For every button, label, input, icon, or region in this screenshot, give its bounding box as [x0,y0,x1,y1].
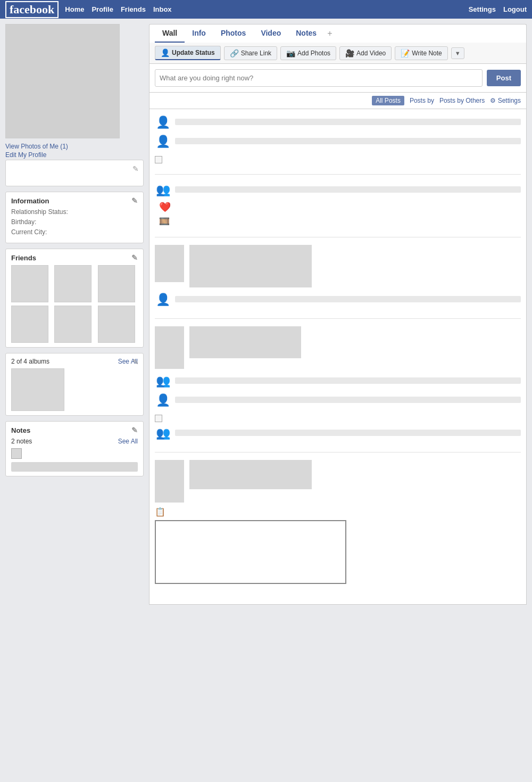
film-icon: 🎞️ [159,216,170,226]
post-row-10 [155,411,521,422]
bio-edit-icon[interactable]: ✎ [132,164,139,173]
avatar-5: 👥 [155,373,171,389]
nav-profile[interactable]: Profile [92,5,113,13]
nav-right: Settings Logout [469,5,527,13]
notes-see-all[interactable]: See All [118,438,138,445]
edit-profile-link[interactable]: Edit My Profile [5,151,144,159]
notes-bottom-bar [11,462,138,472]
friends-grid [11,265,138,343]
feed-section-5: 📋 [155,460,521,591]
bio-box: ✎ [5,160,144,186]
media-thumb-right-2 [155,460,184,503]
post-row-1: 👤 [155,114,521,130]
post-row-4: 👥 [155,182,521,198]
post-row-3 [155,153,521,163]
all-posts-filter[interactable]: All Posts [372,96,404,105]
facebook-logo[interactable]: facebook [5,1,59,18]
information-box: Information ✎ Relationship Status: Birth… [5,192,144,243]
avatar-3: 👥 [155,182,171,198]
avatar-2: 👤 [155,134,171,150]
post-line-4 [175,296,521,302]
tab-notes[interactable]: Notes [288,24,324,43]
sidebar: View Photos of Me (1) Edit My Profile ✎ … [5,24,144,605]
filter-bar: All Posts Posts by Posts by Others ⚙ Set… [149,93,527,109]
notes-box: Notes ✎ 2 notes See All [5,421,144,476]
friend-photo-5[interactable] [54,306,92,343]
album-thumbnail[interactable] [11,368,64,411]
post-line-7 [175,430,521,436]
nav-friends[interactable]: Friends [121,5,146,13]
photo-icon: 📷 [286,49,295,57]
filter-settings[interactable]: ⚙ Settings [490,97,521,104]
profile-photo [5,24,120,138]
share-link-button[interactable]: 🔗 Share Link [224,46,277,60]
posts-by-filter[interactable]: Posts by [410,97,434,104]
info-edit-icon[interactable]: ✎ [131,196,138,205]
post-row-6: 🎞️ [155,216,521,226]
post-row-11: 👥 [155,425,521,441]
media-thumb-right3-1 [189,460,312,489]
post-button[interactable]: Post [487,70,521,86]
logout-link[interactable]: Logout [503,5,527,13]
link-icon: 🔗 [230,49,239,57]
post-line-1 [175,119,521,125]
post-row-7: 👤 [155,292,521,308]
avatar-1: 👤 [155,114,171,130]
note-item[interactable] [11,448,22,459]
settings-link[interactable]: Settings [469,5,496,13]
feed-section-1: 👤 👤 [155,114,521,175]
feed-area: 👤 👤 👥 ❤️ [149,109,527,605]
birthday-row: Birthday: [11,218,138,226]
page-wrapper: View Photos of Me (1) Edit My Profile ✎ … [0,19,532,610]
post-line-2 [175,138,521,144]
friend-photo-2[interactable] [54,265,92,302]
add-video-button[interactable]: 🎥 Add Video [339,46,392,60]
albums-box: ✎ 2 of 4 albums See All [5,353,144,416]
dropdown-arrow[interactable]: ▼ [451,47,464,59]
post-row-2: 👤 [155,134,521,150]
relationship-row: Relationship Status: [11,208,138,216]
friends-title: Friends ✎ [11,253,138,262]
tabs-bar: Wall Info Photos Video Notes + [149,24,527,43]
media-post-1 [155,245,521,287]
notes-title: Notes ✎ [11,426,138,434]
post-row-8: 👥 [155,373,521,389]
nav-home[interactable]: Home [65,5,84,13]
albums-edit-icon[interactable]: ✎ [132,358,139,366]
friend-photo-4[interactable] [11,306,48,343]
avatar-4: 👤 [155,292,171,308]
video-icon: 🎥 [345,49,354,57]
feed-section-4: 👥 👤 👥 [155,326,521,452]
media-thumb-left-1 [155,245,184,282]
add-photos-button[interactable]: 📷 Add Photos [280,46,336,60]
albums-header: 2 of 4 albums See All [11,358,138,365]
friends-box: Friends ✎ [5,249,144,348]
friends-edit-icon[interactable]: ✎ [131,253,138,262]
friend-photo-1[interactable] [11,265,48,302]
update-status-button[interactable]: 👤 Update Status [155,46,221,60]
post-row-5: ❤️ [155,201,521,213]
tab-video[interactable]: Video [253,24,288,43]
notes-edit-icon[interactable]: ✎ [131,426,138,434]
post-row-9: 👤 [155,392,521,408]
write-note-button[interactable]: 📝 Write Note [395,46,447,60]
note-frame[interactable] [155,520,346,584]
tab-info[interactable]: Info [185,24,213,43]
tab-plus[interactable]: + [324,24,335,43]
status-box: Post [149,64,527,93]
city-row: Current City: [11,228,138,236]
feed-section-3: 👤 [155,245,521,319]
tab-wall[interactable]: Wall [155,24,185,43]
media-thumb-right2-1 [189,326,301,358]
nav-links: Home Profile Friends Inbox [65,5,171,13]
media-post-2 [155,326,521,369]
nav-inbox[interactable]: Inbox [153,5,172,13]
view-photos-link[interactable]: View Photos of Me (1) [5,143,144,150]
post-row-12: 📋 [155,507,521,517]
friend-photo-3[interactable] [98,265,135,302]
friend-photo-6[interactable] [98,306,135,343]
status-input[interactable] [155,69,483,87]
posts-by-others-filter[interactable]: Posts by Others [439,97,485,104]
tab-photos[interactable]: Photos [213,24,253,43]
navbar: facebook Home Profile Friends Inbox Sett… [0,0,532,19]
